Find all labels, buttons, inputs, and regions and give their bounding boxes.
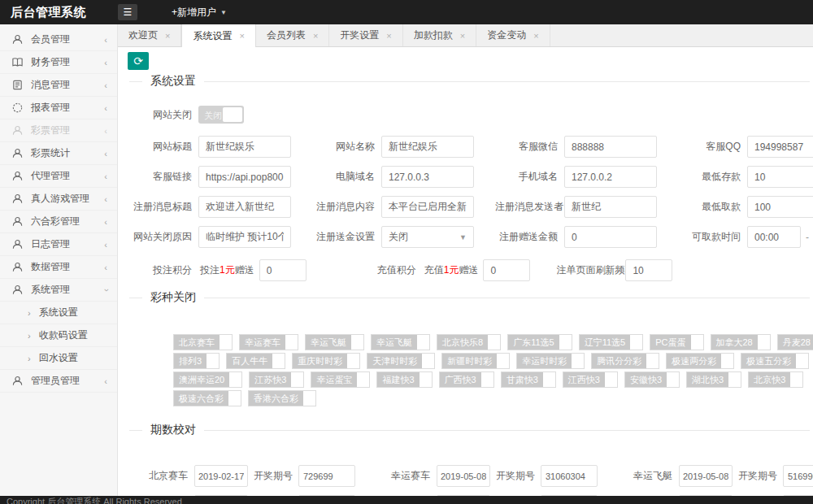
lottery-toggle-switch[interactable]: 幸运蛋宝 (311, 371, 370, 388)
close-icon[interactable]: × (313, 31, 318, 41)
lottery-toggle-switch[interactable]: 幸运飞艇 (305, 334, 364, 350)
lottery-toggle-switch[interactable]: 极速六合彩 (173, 390, 241, 406)
sidebar-item-label: 财务管理 (31, 55, 104, 69)
lottery-name-label: 澳洲幸运20 (174, 372, 229, 387)
close-icon[interactable]: × (533, 31, 538, 41)
lottery-toggle-switch[interactable]: 香港六合彩 (248, 390, 316, 406)
field-input[interactable] (564, 226, 657, 248)
field-input[interactable] (198, 166, 291, 188)
lottery-toggle-switch[interactable]: 重庆时时彩 (292, 353, 360, 369)
field-input[interactable] (381, 196, 474, 218)
site-close-toggle[interactable]: 关闭 (198, 106, 244, 124)
lottery-toggle-switch[interactable]: 澳洲幸运20 (173, 371, 242, 388)
sidebar-item-mark-six[interactable]: 六合彩管理 ‹ (0, 211, 117, 233)
sidebar-item-agents[interactable]: 代理管理 ‹ (0, 165, 117, 188)
close-icon[interactable]: × (165, 31, 170, 41)
lottery-toggle-switch[interactable]: 广西快3 (439, 371, 494, 388)
field-label: 客服链接 (129, 170, 198, 184)
issue-number-input[interactable] (783, 465, 813, 487)
lottery-toggle-switch[interactable]: 北京赛车 (173, 334, 233, 350)
field-input[interactable] (564, 136, 657, 158)
lottery-toggle-switch[interactable]: 幸运时时彩 (516, 353, 585, 369)
sidebar-item-lottery-manage[interactable]: 彩票管理 ‹ (0, 119, 117, 142)
toggle-knob (347, 354, 359, 368)
add-user-button[interactable]: +新增用户 ▼ (172, 6, 227, 20)
issue-number-input[interactable] (298, 465, 355, 487)
tab-system-settings[interactable]: 系统设置× (181, 24, 255, 47)
field-input[interactable] (381, 166, 474, 188)
lottery-toggle-switch[interactable]: 幸运赛车 (239, 334, 298, 350)
sidebar-item-logs[interactable]: 日志管理 ‹ (0, 233, 117, 256)
lottery-toggle-switch[interactable]: 腾讯分分彩 (591, 353, 659, 369)
lottery-toggle-switch[interactable]: 百人牛牛 (226, 353, 285, 369)
bet-points-input[interactable] (259, 259, 307, 281)
sidebar-item-lottery-stats[interactable]: 彩票统计 ‹ (0, 142, 117, 165)
period-beijing-racing: 北京赛车 开奖期号 (129, 465, 355, 487)
close-icon[interactable]: × (460, 31, 465, 41)
field-input[interactable] (564, 196, 657, 218)
register-bonus-select[interactable]: 关闭 ▼ (381, 226, 474, 248)
issue-number-label: 开奖期号 (248, 469, 298, 483)
tab-member-list[interactable]: 会员列表× (256, 24, 329, 46)
refresh-button[interactable]: ⟳ (128, 52, 149, 70)
lottery-toggle-switch[interactable]: 极速五分彩 (741, 353, 809, 369)
field-input[interactable] (564, 166, 657, 188)
lottery-toggle-switch[interactable]: 江西快3 (563, 371, 618, 388)
lottery-toggle-switch[interactable]: 北京快乐8 (437, 334, 501, 350)
recharge-points-input[interactable] (483, 259, 530, 281)
sidebar-item-label: 报表管理 (31, 101, 104, 115)
sidebar-item-data[interactable]: 数据管理 ‹ (0, 256, 117, 279)
lottery-toggle-switch[interactable]: 排列3 (173, 353, 220, 369)
tab-add-deduct[interactable]: 加款扣款× (403, 24, 476, 46)
field-reg-msg-sender: 注册消息发送者 (495, 196, 678, 218)
issue-number-input[interactable] (541, 465, 598, 487)
submenu-rebate-settings[interactable]: › 回水设置 (0, 347, 117, 370)
tab-draw-settings[interactable]: 开奖设置× (329, 24, 402, 46)
field-input[interactable] (198, 136, 291, 158)
hamburger-icon: ☰ (124, 7, 133, 18)
lottery-toggle-switch[interactable]: 新疆时时彩 (441, 353, 510, 369)
refresh-rate-input[interactable] (625, 259, 672, 281)
sidebar-item-admins[interactable]: 管理员管理 ‹ (0, 370, 117, 393)
lottery-toggle-switch[interactable]: 加拿大28 (711, 334, 771, 350)
tab-welcome[interactable]: 欢迎页× (118, 24, 181, 46)
sidebar-item-members[interactable]: 会员管理 ‹ (0, 28, 117, 51)
sidebar-item-finance[interactable]: 财务管理 ‹ (0, 51, 117, 74)
sidebar-item-messages[interactable]: 消息管理 ‹ (0, 74, 117, 97)
lottery-toggle-switch[interactable]: PC蛋蛋 (650, 334, 703, 350)
submenu-payment-code-settings[interactable]: › 收款码设置 (0, 324, 117, 347)
period-date-input[interactable] (679, 465, 733, 487)
period-date-input[interactable] (194, 465, 248, 487)
lottery-toggle-switch[interactable]: 湖北快3 (686, 371, 741, 388)
lottery-toggle-switch[interactable]: 北京快3 (748, 371, 803, 388)
field-input[interactable] (198, 196, 291, 218)
lottery-toggle-row: 北京赛车幸运赛车幸运飞艇幸运飞艇北京快乐8广东11选5辽宁11选5PC蛋蛋加拿大… (173, 334, 810, 350)
withdraw-time-start-input[interactable] (747, 226, 801, 248)
close-icon[interactable]: × (239, 31, 244, 41)
lottery-toggle-switch[interactable]: 丹麦28 (777, 334, 813, 350)
sidebar-item-reports[interactable]: 报表管理 ‹ (0, 97, 117, 119)
user-icon (11, 193, 24, 205)
submenu-system-settings[interactable]: › 系统设置 (0, 302, 117, 324)
hamburger-menu-button[interactable]: ☰ (118, 4, 137, 20)
lottery-toggle-switch[interactable]: 极速两分彩 (666, 353, 734, 369)
lottery-toggle-switch[interactable]: 幸运飞艇 (371, 334, 430, 350)
lottery-toggle-switch[interactable]: 江苏快3 (249, 371, 304, 388)
lottery-toggle-switch[interactable]: 甘肃快3 (501, 371, 556, 388)
sidebar-item-system[interactable]: 系统管理 ‹ (0, 279, 117, 302)
period-date-input[interactable] (437, 465, 490, 487)
lottery-toggle-switch[interactable]: 广东11选5 (507, 334, 572, 350)
field-input[interactable] (747, 166, 813, 188)
field-input[interactable] (747, 136, 813, 158)
lottery-toggle-switch[interactable]: 天津时时彩 (367, 353, 435, 369)
field-input[interactable] (198, 226, 291, 248)
field-input[interactable] (381, 136, 474, 158)
close-icon[interactable]: × (386, 31, 391, 41)
sidebar-item-live-games[interactable]: 真人游戏管理 ‹ (0, 188, 117, 211)
lottery-toggle-switch[interactable]: 福建快3 (376, 371, 432, 388)
lottery-toggle-switch[interactable]: 辽宁11选5 (579, 334, 644, 350)
lottery-toggle-switch[interactable]: 安徽快3 (624, 371, 680, 388)
tab-funds-change[interactable]: 资金变动× (476, 24, 550, 46)
user-icon (11, 33, 24, 46)
field-input[interactable] (747, 196, 813, 218)
